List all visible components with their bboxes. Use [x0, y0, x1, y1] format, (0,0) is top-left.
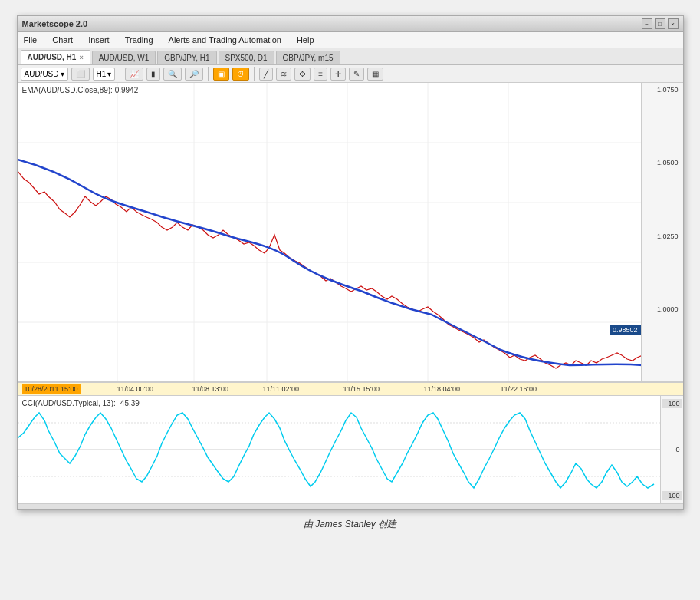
svg-rect-0	[18, 83, 642, 382]
close-button[interactable]: ×	[668, 18, 679, 29]
timer-icon[interactable]: ⏱	[232, 68, 249, 81]
time-label-3: 11/11 02:00	[263, 385, 300, 393]
tab-label: AUD/USD, H1	[28, 53, 77, 61]
time-label-0: 10/28/2011 15:00	[22, 384, 81, 394]
tab-gbpjpy-m15[interactable]: GBP/JPY, m15	[276, 51, 340, 64]
price-4: 1.0000	[643, 305, 682, 313]
cci-level-neg100: -100	[662, 491, 682, 500]
tab-gbpjpy-h1[interactable]: GBP/JPY, H1	[157, 51, 216, 64]
tabs-bar: AUD/USD, H1 × AUD/USD, W1 GBP/JPY, H1 SP…	[18, 48, 683, 65]
draw-line-icon[interactable]: ╱	[259, 68, 273, 81]
tab-label: GBP/JPY, m15	[283, 54, 334, 62]
main-chart[interactable]: EMA(AUD/USD.Close,89): 0.9942	[18, 83, 683, 382]
current-price-badge: 0.98502	[610, 325, 641, 335]
price-axis: 1.0750 1.0500 1.0250 1.0000	[641, 83, 683, 381]
tab-spx500-d1[interactable]: SPX500, D1	[219, 51, 274, 64]
timeframe-dropdown-icon: ▾	[107, 70, 111, 78]
crosshair-icon[interactable]: ✛	[330, 68, 346, 81]
cci-level-0: 0	[662, 446, 682, 453]
zoom-out-icon[interactable]: 🔎	[185, 68, 203, 81]
symbol-label: AUD/USD	[25, 70, 59, 78]
cci-chart[interactable]: CCI(AUD/USD.Typical, 13): -45.39 100 0	[18, 396, 683, 503]
menu-bar: File Chart Insert Trading Alerts and Tra…	[18, 32, 683, 48]
title-bar: Marketscope 2.0 − □ ×	[18, 16, 683, 32]
toolbar: AUD/USD ▾ ⬜ H1 ▾ 📈 ▮ 🔍 🔎 ▣ ⏱ ╱ ≋ ⚙ ≡ ✛ ✎…	[18, 65, 683, 83]
footer-text: 由 James Stanley 创建	[304, 519, 396, 529]
app-title: Marketscope 2.0	[22, 19, 88, 28]
restore-button[interactable]: □	[655, 18, 665, 29]
time-label-6: 11/22 16:00	[501, 385, 537, 393]
template-icon[interactable]: ≡	[314, 68, 327, 81]
menu-trading[interactable]: Trading	[122, 34, 156, 46]
symbol-dropdown-icon: ▾	[61, 70, 64, 78]
candle-icon[interactable]: ▣	[213, 68, 229, 81]
zoom-icon[interactable]: 🔍	[163, 68, 182, 81]
chart-container: EMA(AUD/USD.Close,89): 0.9942	[18, 83, 683, 509]
menu-file[interactable]: File	[21, 34, 41, 46]
horizontal-scrollbar[interactable]	[18, 503, 683, 509]
timeframe-selector[interactable]: H1 ▾	[93, 68, 116, 81]
time-axis: 10/28/2011 15:00 11/04 00:00 11/08 13:00…	[18, 382, 683, 396]
timeframe-label: H1	[97, 70, 107, 78]
bar-chart-icon[interactable]: ▮	[146, 68, 160, 81]
minimize-button[interactable]: −	[642, 18, 652, 29]
separator-3	[254, 67, 255, 81]
time-label-1: 11/04 00:00	[117, 385, 154, 393]
price-2: 1.0500	[643, 159, 682, 166]
tab-label: SPX500, D1	[225, 54, 268, 62]
tab-close-icon[interactable]: ×	[79, 54, 83, 61]
separator-2	[208, 67, 209, 81]
cci-level-100: 100	[662, 399, 682, 408]
add-chart-icon[interactable]: ▦	[367, 68, 383, 81]
app-window: Marketscope 2.0 − □ × File Chart Insert …	[17, 15, 684, 510]
main-chart-svg	[18, 83, 642, 382]
chart-view-icon[interactable]: 📈	[125, 68, 143, 81]
separator-1	[120, 67, 120, 81]
symbol-selector[interactable]: AUD/USD ▾	[21, 68, 68, 81]
time-label-5: 11/18 04:00	[424, 385, 461, 393]
time-label-2: 11/08 13:00	[192, 385, 229, 393]
time-label-4: 11/15 15:00	[343, 385, 380, 393]
pen-icon[interactable]: ✎	[349, 68, 364, 81]
footer: 由 James Stanley 创建	[304, 510, 396, 534]
price-3: 1.0250	[643, 232, 682, 240]
menu-help[interactable]: Help	[294, 34, 317, 46]
price-1: 1.0750	[643, 86, 682, 94]
menu-alerts[interactable]: Alerts and Trading Automation	[166, 34, 284, 46]
menu-insert[interactable]: Insert	[85, 34, 113, 46]
ema-label: EMA(AUD/USD.Close,89): 0.9942	[22, 86, 139, 94]
indicator-icon[interactable]: ≋	[276, 68, 291, 81]
tab-audusd-h1[interactable]: AUD/USD, H1 ×	[21, 50, 90, 64]
cci-indicator-label: CCI(AUD/USD.Typical, 13): -45.39	[22, 399, 140, 407]
tab-label: GBP/JPY, H1	[164, 54, 209, 62]
menu-chart[interactable]: Chart	[49, 34, 76, 46]
cci-chart-svg	[18, 396, 662, 503]
tab-audusd-w1[interactable]: AUD/USD, W1	[92, 51, 156, 64]
cci-axis: 100 0 -100	[660, 396, 683, 503]
window-controls: − □ ×	[642, 18, 679, 29]
chart-type-icon[interactable]: ⬜	[71, 68, 90, 81]
settings-icon[interactable]: ⚙	[294, 68, 311, 81]
tab-label: AUD/USD, W1	[99, 54, 150, 62]
